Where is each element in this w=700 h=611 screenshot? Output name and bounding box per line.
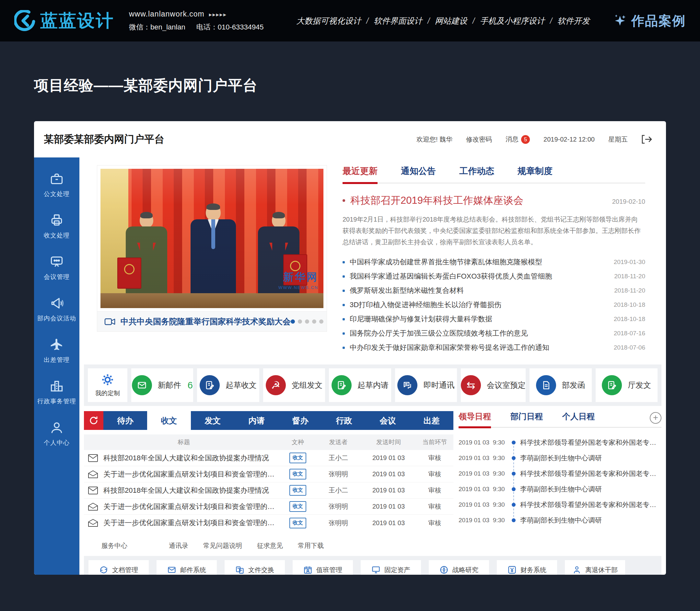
messages-link[interactable]: 消息5 bbox=[506, 135, 530, 144]
doc-type-badge: 收文 bbox=[289, 485, 306, 496]
news-item[interactable]: 中办印发关于做好国家勋章和国家荣誉称号提名评选工作的通知 2018-07-06 bbox=[342, 341, 645, 355]
table-row[interactable]: 关于进一步优化国家重点研发计划项目和资金管理的通知 收文 张明明 2019 01… bbox=[84, 498, 453, 515]
table-row[interactable]: 关于进一步优化国家重点研发计划项目和资金管理的通知 收文 张明明 2019 01… bbox=[84, 466, 453, 482]
schedule-item[interactable]: 2019 01 03 9:30 科学技术部领导看望外国老专家和外国老专家家属 bbox=[458, 497, 661, 512]
footer-link[interactable]: 常用下载 bbox=[298, 541, 324, 550]
carousel-dot[interactable] bbox=[319, 319, 323, 324]
sidebar-item[interactable]: 公文处理 bbox=[44, 172, 70, 198]
top-nav-item[interactable]: 软件开发 bbox=[557, 16, 590, 26]
news-photo[interactable]: 新华网 WWW.NEWS.CN bbox=[100, 169, 323, 308]
footer-app-button[interactable]: 邮件系统 bbox=[157, 560, 217, 575]
row-time: 2019 01 03 bbox=[361, 471, 416, 478]
table-row[interactable]: 科技部2018年全国人大建议和全国政协提案办理情况 收文 王小二 2019 01… bbox=[84, 450, 453, 466]
mail-open-icon bbox=[88, 503, 98, 511]
quick-action[interactable]: 起草内请 bbox=[329, 368, 391, 402]
quick-action-my-custom[interactable]: 我的定制 bbox=[88, 368, 127, 402]
news-tab[interactable]: 工作动态 bbox=[459, 165, 494, 184]
plane-icon bbox=[49, 338, 64, 352]
quick-action[interactable]: ☭ 党组发文 bbox=[263, 368, 325, 402]
footer-app-button[interactable]: 战略研究 bbox=[429, 560, 489, 575]
schedule-tab[interactable]: 领导日程 bbox=[458, 411, 491, 428]
task-tab[interactable]: 督办 bbox=[278, 411, 322, 430]
carousel-dot[interactable] bbox=[305, 319, 309, 324]
quick-action[interactable]: 新邮件 6 bbox=[131, 368, 193, 402]
sidebar-item[interactable]: 收文处理 bbox=[44, 213, 70, 240]
new-mail-count: 6 bbox=[188, 380, 193, 391]
column-header: 标题 bbox=[88, 438, 280, 446]
row-sender: 张明明 bbox=[316, 519, 361, 527]
news-item-date: 2018-07-16 bbox=[608, 330, 645, 337]
quick-action[interactable]: ⇆ 会议室预定 bbox=[461, 368, 526, 402]
carousel-dot[interactable] bbox=[312, 319, 316, 324]
logo[interactable]: 蓝蓝设计 bbox=[14, 9, 114, 33]
schedule-item[interactable]: 2019 01 03 9:30 李萌副部长到生物中心调研 bbox=[458, 481, 661, 497]
quick-action[interactable]: 部发函 bbox=[529, 368, 592, 402]
news-item[interactable]: 3D打印植入物促进神经细胞生长以治疗脊髓损伤 2018-10-18 bbox=[342, 298, 645, 312]
sidebar-item[interactable]: 出差管理 bbox=[44, 338, 70, 364]
row-step: 审核 bbox=[416, 519, 453, 527]
portfolio-link[interactable]: 作品案例 bbox=[613, 12, 686, 30]
featured-news[interactable]: 科技部召开2019年科技工作媒体座谈会 2019-02-10 bbox=[342, 194, 645, 207]
featured-summary: 2019年2月1日，科技部举行2018年度考核总结表彰会。科技部部长、党组书记王… bbox=[342, 214, 645, 248]
footer-link[interactable]: 常见问题说明 bbox=[203, 541, 242, 550]
footer-app-button[interactable]: 文档管理 bbox=[88, 560, 149, 575]
carousel-dot[interactable] bbox=[291, 319, 295, 324]
task-tab[interactable]: 会议 bbox=[366, 411, 410, 430]
top-nav-item[interactable]: 网站建设 bbox=[435, 16, 467, 26]
change-password-link[interactable]: 修改密码 bbox=[466, 135, 492, 144]
sparkle-icon bbox=[613, 13, 627, 28]
footer-link[interactable]: 征求意见 bbox=[257, 541, 283, 550]
top-nav-item[interactable]: 手机及小程序设计 bbox=[480, 16, 545, 26]
sidebar-item[interactable]: 会议管理 bbox=[44, 255, 70, 281]
task-tab[interactable]: 收文 bbox=[147, 411, 191, 430]
schedule-item[interactable]: 2019 01 03 9:30 李萌副部长到生物中心调研 bbox=[458, 512, 661, 528]
news-tab[interactable]: 通知公告 bbox=[401, 165, 436, 184]
schedule-tab[interactable]: 部门日程 bbox=[510, 411, 543, 428]
footer-app-button[interactable]: 固定资产 bbox=[361, 560, 421, 575]
footer-app-button[interactable]: 财务系统 bbox=[497, 560, 557, 575]
party-emblem-icon: ☭ bbox=[271, 380, 280, 390]
row-sender: 张明明 bbox=[316, 502, 361, 511]
news-tab[interactable]: 最近更新 bbox=[342, 165, 378, 184]
table-row[interactable]: 科技部2018年全国人大建议和全国政协提案办理情况 收文 王小二 2019 01… bbox=[84, 482, 453, 498]
news-item[interactable]: 中国科学家成功创建世界首批生物节律紊乱体细胞克隆猴模型 2019-01-30 bbox=[342, 255, 645, 269]
quick-action[interactable]: 起草收文 bbox=[197, 368, 259, 402]
footer-link[interactable]: 通讯录 bbox=[169, 541, 188, 550]
schedule-item[interactable]: 2019 01 03 9:30 李萌副部长到生物中心调研 bbox=[458, 450, 661, 466]
pending-icon-block bbox=[84, 411, 103, 430]
sidebar-item[interactable]: 个人中心 bbox=[44, 420, 70, 447]
add-schedule-button[interactable]: + bbox=[650, 412, 661, 424]
timeline-dot bbox=[507, 503, 520, 507]
table-row[interactable]: 关于进一步优化国家重点研发计划项目和资金管理的通知 收文 张明明 2019 01… bbox=[84, 515, 453, 531]
task-tab[interactable]: 出差 bbox=[410, 411, 453, 430]
weekday-text: 星期五 bbox=[608, 135, 628, 144]
news-item[interactable]: 俄罗斯研发出新型纳米磁性复合材料 2018-11-20 bbox=[342, 283, 645, 298]
task-tab[interactable]: 发文 bbox=[191, 411, 235, 430]
logout-icon[interactable] bbox=[641, 134, 652, 144]
news-item[interactable]: 国务院办公厅关于加强三级公立医院绩效考核工作的意见 2018-07-16 bbox=[342, 326, 645, 341]
schedule-tab[interactable]: 个人日程 bbox=[562, 411, 595, 428]
news-item[interactable]: 印尼珊瑚礁保护与修复计划获得大量科学数据 2018-10-18 bbox=[342, 312, 645, 326]
schedule-item[interactable]: 2019 01 03 9:30 科学技术部领导看望外国老专家和外国老专家家属 bbox=[458, 435, 661, 450]
schedule-item[interactable]: 2019 01 03 9:30 科学技术部领导看望外国老专家和外国老专家家属 bbox=[458, 466, 661, 481]
footer-app-button[interactable]: 文件交换 bbox=[224, 560, 285, 575]
footer-app-button[interactable]: 离退休干部 bbox=[565, 560, 625, 575]
task-tab[interactable]: 行政 bbox=[322, 411, 366, 430]
top-nav-item[interactable]: 大数据可视化设计 bbox=[296, 16, 361, 26]
retiree-icon bbox=[572, 565, 581, 575]
quick-action[interactable]: 即时通讯 bbox=[395, 368, 457, 402]
top-nav-item[interactable]: 软件界面设计 bbox=[374, 16, 422, 26]
news-item[interactable]: 我国科学家通过基因编辑长寿蛋白FOXO3获得优质人类血管细胞 2018-11-2… bbox=[342, 269, 645, 283]
sidebar-item[interactable]: 行政事务管理 bbox=[37, 379, 76, 406]
footer-app-button[interactable]: 值班管理 bbox=[293, 560, 353, 575]
footer-link[interactable]: 服务中心 bbox=[101, 541, 127, 550]
photo-caption[interactable]: 中共中央国务院隆重举行国家科学技术奖励大会 bbox=[120, 316, 291, 327]
task-tab[interactable]: 待办 bbox=[103, 411, 147, 430]
news-tab[interactable]: 规章制度 bbox=[517, 165, 553, 184]
carousel-dot[interactable] bbox=[298, 319, 302, 324]
task-tab[interactable]: 内请 bbox=[235, 411, 278, 430]
website-link[interactable]: www.lanlanwork.com bbox=[129, 10, 204, 18]
featured-title[interactable]: 科技部召开2019年科技工作媒体座谈会 bbox=[350, 194, 523, 207]
sidebar-item[interactable]: 部内会议活动 bbox=[37, 296, 76, 323]
quick-action[interactable]: 厅发文 bbox=[596, 368, 658, 402]
